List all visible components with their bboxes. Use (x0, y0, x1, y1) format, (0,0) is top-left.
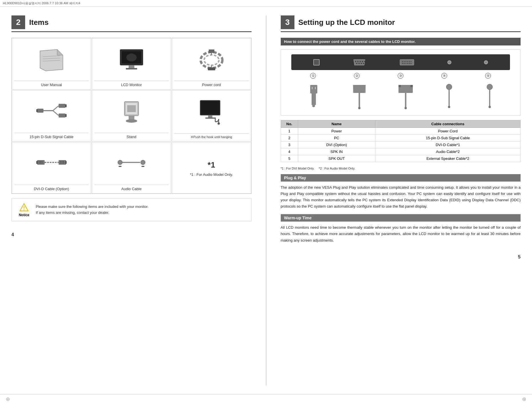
svg-rect-100 (411, 85, 413, 87)
svg-point-65 (355, 61, 356, 62)
svg-marker-1 (57, 49, 63, 55)
item-label-manual: User Manual (14, 81, 89, 87)
svg-point-73 (363, 63, 364, 64)
svg-point-75 (402, 61, 403, 62)
warmup-text: All LCD monitors need time to become the… (281, 224, 521, 243)
svg-point-85 (409, 63, 410, 64)
svg-point-54 (61, 162, 62, 163)
panel-divider (266, 15, 266, 385)
notice-line1: Please make sure the following items are… (36, 204, 149, 210)
port-1-group (313, 59, 320, 65)
svg-point-55 (63, 162, 64, 163)
right-section-title: Setting up the LCD monitor (298, 18, 395, 27)
svg-rect-49 (65, 161, 67, 164)
item-stand: Stand (92, 90, 171, 142)
svg-point-104 (487, 84, 493, 90)
warning-icon (18, 203, 30, 212)
svg-rect-13 (209, 49, 214, 53)
footnote2: *2 : For Audio Model Only. (319, 167, 355, 170)
left-section-header: 2 Items (11, 15, 252, 32)
svg-rect-74 (400, 59, 414, 65)
table-cell-4-2: External Speaker Cable*2 (375, 155, 521, 162)
table-row: 5SPK OUTExternal Speaker Cable*2 (281, 155, 521, 162)
svg-rect-35 (205, 118, 215, 119)
cable-illus-1 (306, 82, 322, 111)
right-section-number: 3 (281, 15, 294, 29)
svg-point-80 (411, 61, 411, 62)
page-number-left: 4 (11, 232, 14, 237)
right-panel: 3 Setting up the LCD monitor How to conn… (281, 15, 521, 385)
item-icon-powercord (174, 42, 249, 78)
svg-point-43 (41, 161, 42, 162)
svg-point-89 (312, 104, 315, 107)
table-cell-0-0: 1 (281, 128, 298, 135)
bottom-bar: ⊕ ⊕ (0, 394, 532, 404)
svg-rect-25 (65, 114, 67, 117)
svg-rect-22 (59, 104, 65, 108)
audio-svg (116, 152, 147, 176)
item-dvi-cable: DVI-D Cable (Option) (12, 142, 91, 194)
svg-rect-23 (65, 104, 67, 107)
svg-point-68 (362, 61, 363, 62)
svg-point-45 (40, 162, 41, 163)
svg-point-53 (60, 162, 61, 163)
svg-point-30 (126, 119, 137, 123)
item-icon-hookmonitor (174, 94, 249, 131)
item-user-manual: User Manual (12, 38, 91, 89)
connector-top-bar (291, 54, 510, 70)
svg-point-103 (448, 106, 450, 108)
table-cell-0-2: Power Cord (375, 128, 521, 135)
warmup-banner: Warm-up Time (281, 214, 521, 222)
table-cell-4-0: 5 (281, 155, 298, 162)
top-bar-left: HL900D901D사용설명서지 2006.7.7 10:36 AM 페이지4 (3, 1, 80, 5)
cable-connection-banner: How to connect the power cord and the se… (281, 38, 521, 45)
table-cell-2-0: 3 (281, 142, 298, 148)
table-cell-4-1: SPK OUT (298, 155, 375, 162)
th-no: No. (281, 120, 298, 128)
svg-point-95 (358, 107, 360, 109)
hookmonitor-svg (197, 99, 226, 126)
table-cell-3-1: SPK IN (298, 148, 375, 155)
svg-point-66 (357, 61, 358, 62)
svg-point-42 (40, 161, 41, 162)
connection-table-body: 1PowerPower Cord2PC15-pin D-Sub Signal C… (281, 128, 521, 162)
svg-rect-14 (208, 67, 215, 70)
svg-rect-24 (59, 114, 65, 118)
svg-point-78 (407, 61, 408, 62)
item-power-cord: Power cord (172, 38, 251, 89)
item-asterisk1: *1 *1 : For Audio Model Only. (172, 142, 251, 194)
table-row: 2PC15-pin D-Sub Signal Cable (281, 135, 521, 142)
port-5 (484, 60, 488, 64)
table-cell-1-0: 2 (281, 135, 298, 142)
table-row: 3DVI (Option)DVI-D Cable*1 (281, 142, 521, 148)
connector-num-2: ② (354, 73, 360, 79)
dvi-svg (36, 152, 67, 176)
svg-point-52 (63, 161, 64, 162)
notice-box: Notice Please make sure the following it… (11, 198, 252, 221)
vga-port-svg (352, 58, 366, 67)
svg-point-41 (39, 161, 39, 162)
item-label-dsub: 15-pin D-Sub Signal Cable (14, 133, 89, 139)
stand-svg (119, 100, 144, 124)
svg-point-101 (446, 84, 452, 90)
svg-rect-59 (119, 166, 121, 167)
bottom-crosshair-right: ⊕ (522, 396, 526, 402)
manual-svg (37, 48, 66, 72)
table-cell-2-2: DVI-D Cable*1 (375, 142, 521, 148)
top-bar: HL900D901D사용설명서지 2006.7.7 10:36 AM 페이지4 (0, 0, 532, 7)
item-icon-stand (94, 94, 169, 130)
cable-illus-3 (397, 82, 414, 111)
plug-play-banner: Plug & Play (281, 174, 521, 182)
svg-rect-99 (398, 85, 401, 87)
left-panel: 2 Items User Manual (11, 15, 252, 385)
svg-point-86 (411, 63, 411, 64)
item-label-monitor: LCD Monitor (94, 81, 169, 87)
item-label-dvi: DVI-D Cable (Option) (14, 185, 89, 191)
svg-rect-60 (142, 166, 144, 167)
svg-point-51 (61, 161, 62, 162)
table-cell-2-1: DVI (Option) (298, 142, 375, 148)
th-cable: Cable connections (375, 120, 521, 128)
table-cell-3-2: Audio Cable*2 (375, 148, 521, 155)
item-icon-dsub (14, 94, 89, 130)
item-label-stand: Stand (94, 133, 169, 139)
